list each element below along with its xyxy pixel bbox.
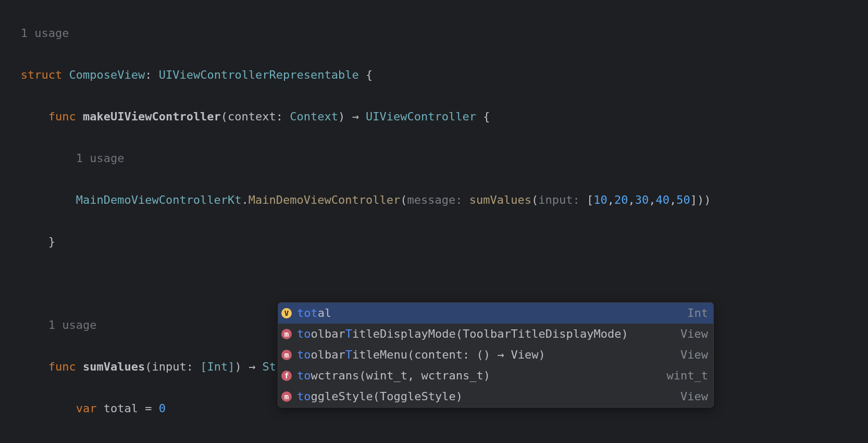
completion-item[interactable]: V total Int — [278, 303, 713, 324]
code-line[interactable]: struct ComposeView: UIViewControllerRepr… — [0, 65, 868, 85]
completion-type: Int — [687, 303, 708, 324]
completion-label: total — [297, 303, 331, 324]
completion-item[interactable]: m toolbarTitleDisplayMode(ToolbarTitleDi… — [278, 324, 713, 344]
method-icon: m — [281, 391, 292, 402]
completion-type: View — [680, 324, 708, 344]
function-icon: f — [281, 371, 292, 381]
inlay-usage: 1 usage — [0, 148, 868, 169]
method-icon: m — [281, 350, 292, 360]
method-icon: m — [281, 329, 292, 339]
code-line[interactable]: } — [0, 231, 868, 252]
code-line[interactable]: func makeUIViewController(context: Conte… — [0, 106, 868, 127]
code-line[interactable]: for item in input { — [0, 440, 868, 443]
code-line[interactable] — [0, 273, 868, 294]
completion-label: toolbarTitleDisplayMode(ToolbarTitleDisp… — [297, 324, 628, 344]
completion-label: toggleStyle(ToggleStyle) — [297, 386, 463, 407]
variable-icon: V — [281, 308, 292, 318]
completion-item[interactable]: m toggleStyle(ToggleStyle) View — [278, 386, 713, 407]
completion-label: towctrans(wint_t, wctrans_t) — [297, 365, 490, 386]
completion-type: wint_t — [667, 365, 708, 386]
completion-label: toolbarTitleMenu(content: () → View) — [297, 344, 545, 365]
completion-popup[interactable]: V total Int m toolbarTitleDisplayMode(To… — [278, 302, 714, 408]
inlay-usage: 1 usage — [0, 23, 868, 44]
completion-type: View — [680, 386, 708, 407]
completion-item[interactable]: f towctrans(wint_t, wctrans_t) wint_t — [278, 365, 713, 386]
code-line[interactable]: MainDemoViewControllerKt.MainDemoViewCon… — [0, 190, 868, 211]
completion-type: View — [680, 344, 708, 365]
completion-item[interactable]: m toolbarTitleMenu(content: () → View) V… — [278, 344, 713, 365]
